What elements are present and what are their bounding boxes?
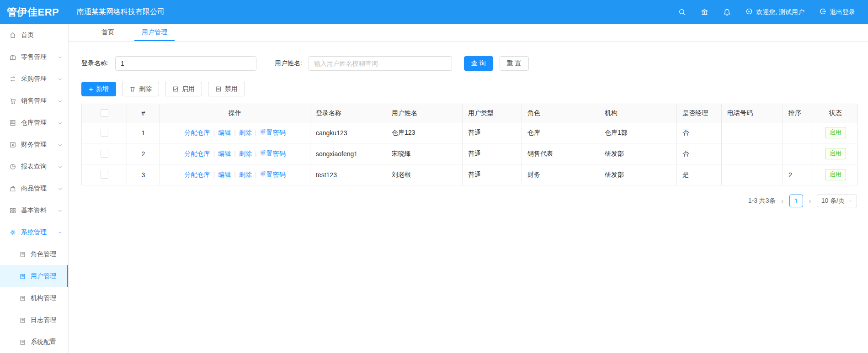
cell-user-name: 仓库123 bbox=[386, 122, 463, 143]
bank-icon[interactable] bbox=[701, 8, 708, 16]
page-size-select[interactable]: 10 条/页 bbox=[817, 195, 857, 207]
user-menu[interactable]: 欢迎您, 测试用户 bbox=[746, 8, 804, 16]
finance-icon bbox=[9, 141, 16, 148]
sidebar-item-label: 报表查询 bbox=[21, 163, 47, 171]
add-button[interactable]: + 新增 bbox=[81, 82, 116, 96]
cell-user-type: 普通 bbox=[463, 143, 522, 164]
col-is-manager: 是否经理 bbox=[677, 104, 722, 122]
row-checkbox[interactable] bbox=[101, 150, 108, 158]
document-icon bbox=[19, 339, 26, 346]
sidebar-subitem-user-management[interactable]: 用户管理 bbox=[0, 265, 68, 287]
reset-button[interactable]: 重 置 bbox=[500, 56, 529, 71]
sidebar-item-retail[interactable]: 零售管理 bbox=[0, 46, 68, 68]
col-role: 角色 bbox=[522, 104, 599, 122]
cell-role: 销售代表 bbox=[522, 143, 599, 164]
sidebar-subitem-label: 用户管理 bbox=[31, 272, 56, 280]
trash-icon bbox=[129, 86, 136, 92]
app-root: 管伊佳ERP 南通某某网络科技有限公司 欢迎您, 测试用户 bbox=[0, 0, 868, 353]
col-phone: 电话号码 bbox=[722, 104, 783, 122]
search-icon[interactable] bbox=[678, 8, 686, 16]
sidebar-item-system[interactable]: 系统管理 bbox=[0, 221, 68, 243]
query-button[interactable]: 查 询 bbox=[464, 56, 493, 71]
col-sort: 排序 bbox=[783, 104, 813, 122]
table-toolbar: + 新增 删除 启用 禁用 bbox=[81, 82, 857, 96]
main-area: 首页 用户管理 登录名称: 用户姓名: 查 询 重 置 + 新增 bbox=[69, 24, 868, 353]
purchase-icon bbox=[9, 75, 16, 83]
op-link-edit[interactable]: 编辑 bbox=[218, 171, 231, 178]
enable-button[interactable]: 启用 bbox=[165, 82, 202, 96]
op-divider: | bbox=[213, 129, 215, 136]
sidebar-item-reports[interactable]: 报表查询 bbox=[0, 156, 68, 178]
document-icon bbox=[19, 251, 26, 258]
op-link-reset-password[interactable]: 重置密码 bbox=[260, 129, 285, 136]
delete-button[interactable]: 删除 bbox=[122, 82, 159, 96]
chevron-down-icon bbox=[58, 186, 63, 191]
sidebar-subitem-label: 日志管理 bbox=[31, 316, 56, 324]
sidebar-subitem-label: 角色管理 bbox=[31, 250, 56, 258]
pagination: 1-3 共3条 ‹ 1 › 10 条/页 bbox=[81, 195, 857, 207]
user-name-input[interactable] bbox=[309, 56, 452, 71]
sidebar-item-goods[interactable]: 商品管理 bbox=[0, 178, 68, 200]
sidebar-item-label: 零售管理 bbox=[21, 53, 47, 61]
sidebar-item-sales[interactable]: 销售管理 bbox=[0, 90, 68, 112]
pagination-total: 1-3 共3条 bbox=[748, 197, 776, 205]
op-link-assign-warehouse[interactable]: 分配仓库 bbox=[185, 129, 210, 136]
sidebar-item-finance[interactable]: 财务管理 bbox=[0, 134, 68, 156]
sidebar-subitem-system-config[interactable]: 系统配置 bbox=[0, 331, 68, 353]
tab-user-management[interactable]: 用户管理 bbox=[134, 24, 175, 41]
cell-is-manager: 否 bbox=[677, 143, 722, 164]
cell-phone bbox=[722, 164, 783, 185]
op-link-reset-password[interactable]: 重置密码 bbox=[260, 150, 285, 157]
logout-button[interactable]: 退出登录 bbox=[819, 8, 855, 16]
sales-cart-icon bbox=[9, 97, 16, 105]
sidebar-item-warehouse[interactable]: 仓库管理 bbox=[0, 112, 68, 134]
page-number-button[interactable]: 1 bbox=[789, 195, 803, 207]
sidebar-subitem-log-management[interactable]: 日志管理 bbox=[0, 309, 68, 331]
row-index: 1 bbox=[127, 122, 160, 143]
chevron-up-icon bbox=[58, 230, 63, 235]
status-badge[interactable]: 启用 bbox=[825, 127, 846, 138]
tab-home[interactable]: 首页 bbox=[94, 24, 122, 41]
sidebar-item-home[interactable]: 首页 bbox=[0, 24, 68, 46]
company-name: 南通某某网络科技有限公司 bbox=[77, 7, 165, 17]
row-index: 3 bbox=[127, 164, 160, 185]
op-link-delete[interactable]: 删除 bbox=[239, 129, 252, 136]
next-page-button[interactable]: › bbox=[808, 197, 812, 205]
table-row: 1 分配仓库|编辑|删除|重置密码 cangku123 仓库123 普通 仓库 … bbox=[82, 122, 858, 143]
cell-phone bbox=[722, 143, 783, 164]
sidebar-subitem-role-management[interactable]: 角色管理 bbox=[0, 243, 68, 265]
op-link-delete[interactable]: 删除 bbox=[239, 171, 252, 178]
op-link-edit[interactable]: 编辑 bbox=[218, 129, 231, 136]
op-link-assign-warehouse[interactable]: 分配仓库 bbox=[185, 171, 210, 178]
status-badge[interactable]: 启用 bbox=[825, 148, 846, 159]
op-link-delete[interactable]: 删除 bbox=[239, 150, 252, 157]
page-size-value: 10 条/页 bbox=[821, 197, 845, 205]
bell-icon[interactable] bbox=[723, 8, 731, 16]
col-user-type: 用户类型 bbox=[463, 104, 522, 122]
login-name-input[interactable] bbox=[115, 56, 256, 71]
chevron-down-icon bbox=[58, 121, 63, 126]
row-checkbox[interactable] bbox=[101, 171, 108, 179]
document-icon bbox=[19, 295, 26, 302]
select-all-checkbox[interactable] bbox=[101, 109, 108, 117]
top-header: 管伊佳ERP 南通某某网络科技有限公司 欢迎您, 测试用户 bbox=[0, 0, 868, 24]
disable-button[interactable]: 禁用 bbox=[208, 82, 245, 96]
app-logo: 管伊佳ERP bbox=[0, 5, 69, 19]
col-actions: 操作 bbox=[160, 104, 310, 122]
prev-page-button[interactable]: ‹ bbox=[780, 197, 785, 205]
op-link-edit[interactable]: 编辑 bbox=[218, 150, 231, 157]
op-link-reset-password[interactable]: 重置密码 bbox=[260, 171, 285, 178]
cell-is-manager: 否 bbox=[677, 122, 722, 143]
op-divider: | bbox=[255, 150, 257, 157]
op-divider: | bbox=[213, 171, 215, 178]
cell-role: 财务 bbox=[522, 164, 599, 185]
sidebar-item-basic-data[interactable]: 基本资料 bbox=[0, 200, 68, 221]
status-badge[interactable]: 启用 bbox=[825, 169, 846, 180]
plus-icon: + bbox=[89, 85, 93, 93]
sidebar-item-purchase[interactable]: 采购管理 bbox=[0, 68, 68, 90]
sidebar-subitem-org-management[interactable]: 机构管理 bbox=[0, 287, 68, 309]
op-link-assign-warehouse[interactable]: 分配仓库 bbox=[185, 150, 210, 157]
row-checkbox[interactable] bbox=[101, 129, 108, 137]
check-square-icon bbox=[172, 86, 179, 92]
op-divider: | bbox=[234, 171, 236, 178]
